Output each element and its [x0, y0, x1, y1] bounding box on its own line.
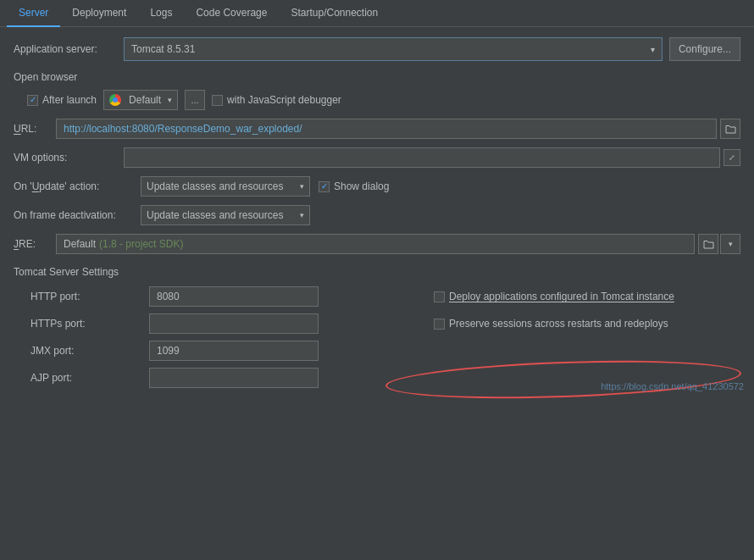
on-update-row: On 'Update' action: Update classes and r…: [14, 176, 740, 197]
preserve-sessions-label: Preserve sessions across restarts and re…: [449, 318, 668, 330]
app-server-select[interactable]: Tomcat 8.5.31 ▾: [124, 37, 663, 61]
browser-name: Default: [129, 94, 161, 106]
deploy-apps-checkbox[interactable]: [434, 291, 445, 302]
tomcat-grid: HTTP port: Deploy applications configure…: [14, 286, 740, 388]
tomcat-section-header: Tomcat Server Settings: [14, 266, 740, 278]
deploy-apps-label: Deploy applications configured in Tomcat…: [449, 291, 674, 302]
url-label: URL:: [14, 123, 56, 135]
preserve-sessions-checkbox[interactable]: [434, 319, 445, 330]
jre-sdk-label: (1.8 - project SDK): [99, 238, 183, 250]
on-frame-deactivation-dropdown[interactable]: Update classes and resources ▾: [141, 205, 310, 225]
after-launch-label: After launch: [42, 94, 97, 106]
show-dialog-checkbox[interactable]: [319, 181, 330, 192]
app-server-row: Application server: Tomcat 8.5.31 ▾ Conf…: [14, 37, 740, 61]
bottom-url: https://blog.csdn.net/qq_41230572: [601, 381, 744, 391]
vm-options-input[interactable]: [124, 147, 720, 168]
after-launch-checkbox[interactable]: [27, 95, 38, 106]
jmx-port-input[interactable]: [149, 341, 319, 361]
tab-deployment[interactable]: Deployment: [60, 0, 138, 27]
https-port-input[interactable]: [149, 313, 319, 334]
https-port-label: HTTPs port:: [14, 318, 149, 330]
jmx-port-label: JMX port:: [14, 345, 149, 357]
browser-row: After launch Default ▾ ... with JavaScri…: [27, 90, 740, 110]
jre-dropdown-icon: ▾: [729, 240, 733, 248]
chrome-icon: [109, 94, 121, 106]
js-debugger-label: with JavaScript debugger: [227, 94, 341, 106]
tab-server[interactable]: Server: [7, 0, 60, 27]
on-update-arrow-icon: ▾: [293, 182, 304, 191]
browser-dots-button[interactable]: ...: [185, 90, 205, 110]
deploy-apps-checkbox-wrap[interactable]: Deploy applications configured in Tomcat…: [434, 291, 674, 302]
url-row: URL:: [14, 119, 740, 139]
tomcat-section: Tomcat Server Settings HTTP port: Deploy…: [14, 266, 740, 388]
url-input[interactable]: [56, 119, 717, 139]
http-port-label: HTTP port:: [14, 291, 149, 302]
vm-options-label: VM options:: [14, 152, 124, 164]
dropdown-arrow-icon: ▾: [651, 45, 655, 54]
tab-logs[interactable]: Logs: [138, 0, 184, 27]
jre-folder-button[interactable]: [698, 234, 718, 254]
jre-arrow-button[interactable]: ▾: [720, 234, 740, 254]
open-browser-section: Open browser After launch Default ▾ ... …: [14, 71, 740, 110]
ajp-port-input[interactable]: [149, 368, 319, 388]
app-server-label: Application server:: [14, 43, 124, 55]
vm-expand-button[interactable]: ⤢: [724, 149, 740, 166]
ajp-port-label: AJP port:: [14, 372, 149, 384]
preserve-sessions-checkbox-wrap[interactable]: Preserve sessions across restarts and re…: [434, 318, 668, 330]
vm-options-row: VM options: ⤢: [14, 147, 740, 168]
show-dialog-label: Show dialog: [334, 180, 389, 192]
on-update-label: On 'Update' action:: [14, 180, 141, 192]
jre-select[interactable]: Default (1.8 - project SDK): [56, 234, 695, 254]
configure-button[interactable]: Configure...: [669, 37, 740, 61]
tab-startup-connection[interactable]: Startup/Connection: [279, 0, 390, 27]
tab-bar: Server Deployment Logs Code Coverage Sta…: [0, 0, 754, 27]
show-dialog-checkbox-wrap[interactable]: Show dialog: [319, 180, 389, 192]
deploy-apps-right: Deploy applications configured in Tomcat…: [420, 291, 740, 302]
tab-code-coverage[interactable]: Code Coverage: [184, 0, 279, 27]
preserve-sessions-right: Preserve sessions across restarts and re…: [420, 318, 740, 330]
jre-row: JRE: Default (1.8 - project SDK) ▾: [14, 234, 740, 254]
jre-folder-icon: [703, 240, 714, 249]
http-port-input[interactable]: [149, 286, 319, 307]
jre-label: JRE:: [14, 238, 56, 250]
on-update-dropdown[interactable]: Update classes and resources ▾: [141, 176, 310, 197]
browser-select[interactable]: Default ▾: [103, 90, 178, 110]
js-debugger-checkbox[interactable]: [212, 95, 223, 106]
show-dialog-wrap: Show dialog: [319, 180, 389, 192]
browser-dropdown-arrow: ▾: [168, 96, 172, 104]
on-frame-arrow-icon: ▾: [293, 211, 304, 219]
after-launch-checkbox-wrap[interactable]: After launch: [27, 94, 97, 106]
on-frame-deactivation-label: On frame deactivation:: [14, 209, 141, 221]
url-folder-button[interactable]: [720, 119, 740, 139]
open-browser-label: Open browser: [14, 71, 740, 83]
on-frame-deactivation-row: On frame deactivation: Update classes an…: [14, 205, 740, 225]
js-debugger-wrap[interactable]: with JavaScript debugger: [212, 94, 341, 106]
folder-icon: [725, 125, 736, 134]
